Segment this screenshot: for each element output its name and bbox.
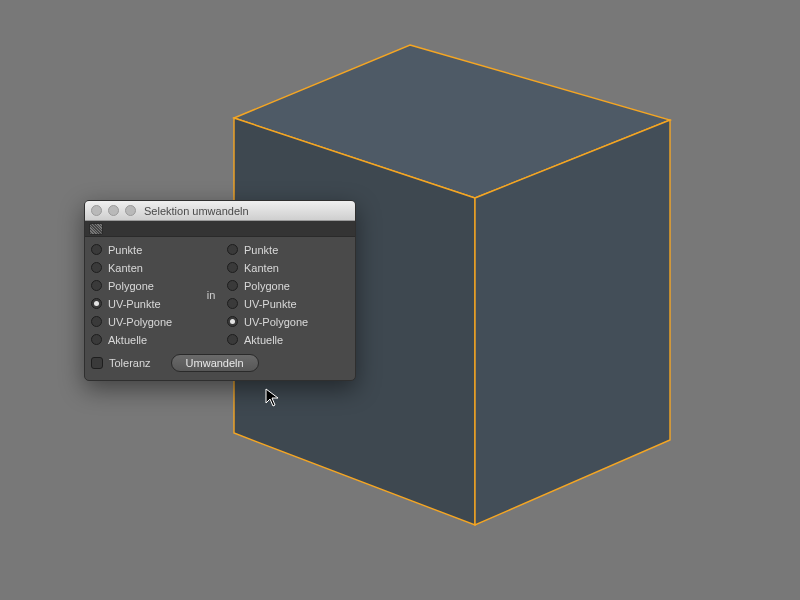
option-label: UV-Punkte [244,298,297,310]
option-label: Punkte [244,244,278,256]
radio-icon [227,316,238,327]
to-option[interactable]: UV-Polygone [225,313,345,330]
from-option[interactable]: UV-Punkte [89,295,197,312]
radio-icon [227,244,238,255]
radio-icon [91,280,102,291]
tolerance-label: Toleranz [109,357,151,369]
option-label: UV-Punkte [108,298,161,310]
option-label: Punkte [108,244,142,256]
radio-icon [227,262,238,273]
window-minimize-icon[interactable] [108,205,119,216]
option-label: Kanten [108,262,143,274]
window-close-icon[interactable] [91,205,102,216]
from-option[interactable]: UV-Polygone [89,313,197,330]
radio-icon [227,280,238,291]
to-option[interactable]: Aktuelle [225,331,345,348]
dialog-toolbar [85,221,355,237]
radio-icon [227,334,238,345]
to-options: PunkteKantenPolygoneUV-PunkteUV-Polygone… [225,241,345,348]
radio-icon [227,298,238,309]
connector: in [197,241,225,348]
to-option[interactable]: Polygone [225,277,345,294]
from-option[interactable]: Kanten [89,259,197,276]
radio-icon [91,298,102,309]
to-option[interactable]: Punkte [225,241,345,258]
from-option[interactable]: Aktuelle [89,331,197,348]
radio-icon [91,316,102,327]
tolerance-checkbox[interactable] [91,357,103,369]
connector-label: in [207,289,216,301]
dialog-title: Selektion umwandeln [144,205,249,217]
radio-icon [91,244,102,255]
option-label: Kanten [244,262,279,274]
from-option[interactable]: Punkte [89,241,197,258]
from-option[interactable]: Polygone [89,277,197,294]
option-label: Aktuelle [244,334,283,346]
convert-button[interactable]: Umwandeln [171,354,259,372]
convert-selection-dialog: Selektion umwandeln PunkteKantenPolygone… [84,200,356,381]
option-label: Polygone [244,280,290,292]
option-label: Aktuelle [108,334,147,346]
dialog-titlebar[interactable]: Selektion umwandeln [85,201,355,221]
option-label: Polygone [108,280,154,292]
to-option[interactable]: Kanten [225,259,345,276]
radio-icon [91,334,102,345]
selection-pattern-icon[interactable] [89,223,103,235]
radio-icon [91,262,102,273]
option-label: UV-Polygone [108,316,172,328]
option-label: UV-Polygone [244,316,308,328]
window-zoom-icon[interactable] [125,205,136,216]
to-option[interactable]: UV-Punkte [225,295,345,312]
from-options: PunkteKantenPolygoneUV-PunkteUV-Polygone… [89,241,197,348]
